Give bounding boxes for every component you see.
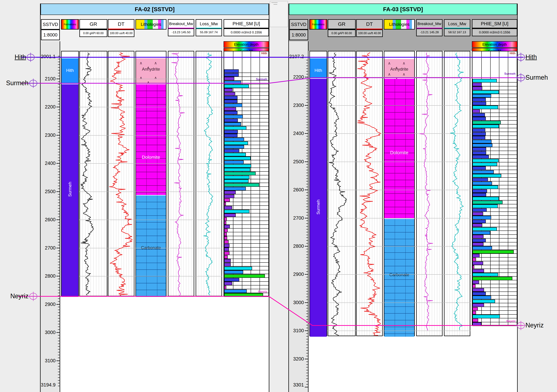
top-label-right-surmeh[interactable]: Surmeh — [525, 74, 557, 81]
header-phie-scale[interactable]: 0.0000 m3/m3 0.1556 — [472, 28, 517, 36]
header-loss[interactable]: Loss_Mw — [444, 19, 470, 28]
depth-tick — [306, 74, 308, 74]
anhydrite-pattern-row: ∧ ∧ ∧ — [136, 76, 166, 85]
header-dt-scale[interactable]: 100.00 us/ft 40.00 — [356, 30, 383, 37]
header-breakout-scale[interactable]: -13.23 145.50 — [168, 28, 194, 36]
header-sstvd-scale[interactable]: 1:8000 — [41, 30, 60, 40]
header-loss-scale[interactable]: 58.52 167.13 — [444, 28, 470, 36]
depth-tick — [58, 296, 60, 296]
track-dt-FA-02[interactable] — [108, 51, 134, 296]
header-dt[interactable]: DT — [108, 19, 134, 30]
header-lithologies[interactable]: Lithologies — [135, 19, 166, 30]
formation-block-hith[interactable]: Hith — [62, 58, 78, 84]
header-phie[interactable]: PHIE_SM [U] — [472, 19, 517, 28]
lithology-block-dolomite[interactable]: Dolomite — [136, 84, 166, 195]
track-lithologies-FA-03[interactable]: ∧ ∧ ∧∧ ∧ ∧AnhydriteDolomiteCarbonate — [384, 51, 415, 336]
depth-tick — [306, 277, 308, 277]
phie-row-line — [472, 310, 517, 311]
formation-block-hith[interactable]: Hith — [310, 58, 327, 78]
top-label-left-hith[interactable]: Hith — [0, 53, 26, 61]
track-dt-FA-03[interactable] — [356, 51, 383, 336]
depth-tick — [58, 138, 60, 138]
track-formations-FA-02[interactable]: HithSurmeh — [61, 51, 79, 296]
header-breakout[interactable]: Breakout_Mw — [416, 19, 442, 28]
well-title-bar[interactable]: FA-03 [SSTVD] — [289, 4, 517, 15]
phie-bar — [472, 269, 484, 273]
header-lithologies[interactable]: Lithologies — [384, 19, 415, 30]
grid-line-v — [96, 51, 96, 296]
track-breakout-FA-03[interactable] — [416, 51, 442, 336]
depth-tick — [58, 152, 60, 152]
grid-line-v — [214, 51, 214, 296]
well-title-bar[interactable]: FA-02 [SSTVD] — [41, 4, 269, 15]
track-gr-FA-03[interactable] — [328, 51, 356, 336]
lithology-block-dolomite[interactable]: Dolomite — [384, 79, 414, 218]
header-dt[interactable]: DT — [356, 19, 383, 30]
depth-tick — [306, 198, 308, 199]
depth-tick — [58, 256, 60, 256]
header-dt-scale[interactable]: 100.00 us/ft 40.00 — [108, 30, 134, 37]
phie-bar — [224, 69, 239, 73]
header-loss-scale[interactable]: 55.09 167.74 — [196, 28, 222, 36]
lithology-block-carbonate[interactable]: Carbonate — [136, 195, 166, 297]
header-phie-elevation[interactable]: Elevation depth — [224, 41, 269, 48]
top-label-right-hith[interactable]: Hith — [525, 53, 557, 61]
lithology-block-carbonate[interactable]: Carbonate — [384, 219, 414, 337]
header-gr-scale[interactable]: 0.00 gAPI 60.00 — [328, 30, 356, 37]
track-formations-FA-03[interactable]: HithSurmeh — [309, 51, 327, 336]
track-gr-FA-02[interactable] — [79, 51, 107, 296]
depth-tick — [306, 173, 308, 173]
header-sstvd[interactable]: SSTVD — [289, 19, 308, 30]
phie-bar — [472, 315, 500, 318]
header-sstvd[interactable]: SSTVD — [41, 19, 60, 30]
lithology-block-anhydrite[interactable]: ∧ ∧ ∧∧ ∧ ∧Anhydrite — [384, 59, 414, 78]
track-loss-FA-02[interactable] — [196, 51, 222, 296]
depth-label: 2500 — [41, 189, 56, 194]
top-label-left-neyriz[interactable]: Neyriz — [0, 292, 28, 300]
header-gr-scale[interactable]: 0.00 gAPI 60.00 — [79, 30, 107, 37]
header-breakout[interactable]: Breakout_Mw — [168, 19, 194, 28]
depth-track[interactable]: 2001.12100220023002400250026002700280029… — [41, 41, 60, 392]
track-lithologies-FA-02[interactable]: ∧ ∧ ∧∧ ∧ ∧AnhydriteDolomiteCarbonate — [135, 51, 166, 296]
depth-tick — [305, 359, 308, 359]
track-breakout-FA-02[interactable] — [168, 51, 194, 296]
phie-bar — [472, 273, 498, 276]
grid-line-v — [364, 51, 365, 336]
well-top-marker-left-surmeh[interactable] — [27, 79, 39, 88]
header-phie-elevation[interactable]: Elevation depth — [472, 41, 517, 48]
depth-tick — [306, 122, 308, 122]
depth-tick — [306, 232, 308, 232]
depth-label: 2600 — [41, 217, 56, 223]
grid-line-v — [186, 51, 186, 296]
header-formations[interactable]: Formations — [309, 19, 327, 30]
track-phie-FA-02[interactable] — [224, 51, 269, 296]
formation-block-surmeh[interactable]: Surmeh — [62, 84, 78, 297]
header-loss[interactable]: Loss_Mw — [196, 19, 222, 28]
lithology-block-anhydrite[interactable]: ∧ ∧ ∧∧ ∧ ∧Anhydrite — [136, 58, 166, 84]
depth-tick — [58, 104, 60, 104]
header-gr[interactable]: GR — [79, 19, 107, 30]
depth-tick — [58, 132, 60, 133]
top-label-left-surmeh[interactable]: Surmeh — [0, 79, 28, 87]
phie-bar — [224, 138, 244, 141]
depth-tick — [58, 211, 60, 211]
depth-tick — [306, 82, 308, 83]
header-breakout-scale[interactable]: -13.21 145.28 — [416, 28, 442, 36]
track-phie-FA-03[interactable] — [472, 51, 517, 326]
depth-tick — [58, 366, 60, 366]
depth-track[interactable]: 2107.22200230024002500260027002800290030… — [289, 41, 309, 392]
header-phie-scale[interactable]: 0.0000 m3/m3 0.1556 — [224, 28, 269, 36]
depth-tick — [58, 279, 60, 279]
well-top-marker-left-hith[interactable] — [25, 53, 36, 62]
grid-line-h — [328, 303, 470, 303]
header-phie[interactable]: PHIE_SM [U] — [224, 19, 269, 28]
formation-block-surmeh[interactable]: Surmeh — [310, 79, 327, 337]
header-sstvd-scale[interactable]: 1:8000 — [289, 30, 308, 40]
header-formations[interactable]: Formations — [61, 19, 79, 30]
track-loss-FA-03[interactable] — [444, 51, 470, 336]
phie-row-line — [224, 255, 269, 255]
top-label-right-neyriz[interactable]: Neyriz — [525, 321, 557, 329]
header-gr[interactable]: GR — [328, 19, 356, 30]
phie-bar — [224, 202, 226, 206]
well-top-marker-left-neyriz[interactable] — [27, 292, 39, 301]
